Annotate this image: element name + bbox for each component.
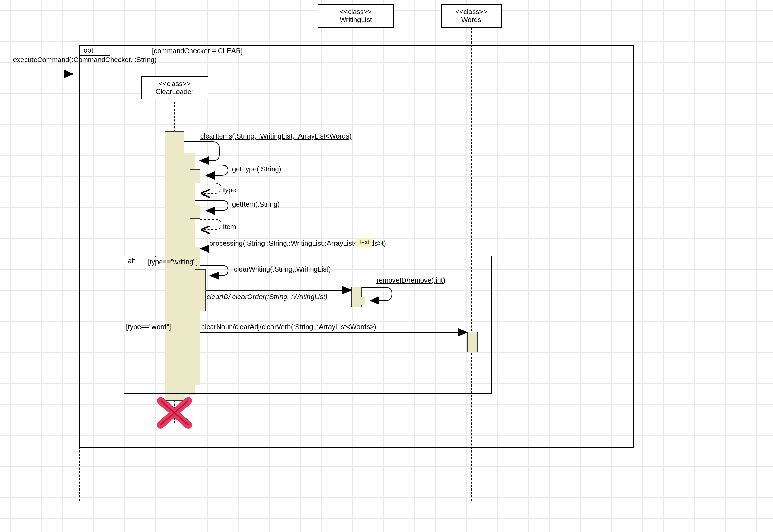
activation-getitem bbox=[190, 205, 200, 219]
msg-item-return: item bbox=[223, 223, 236, 231]
activation-gettype bbox=[190, 169, 200, 183]
msg-gettype: getType(:String) bbox=[232, 165, 281, 173]
msg-type-return: type bbox=[223, 186, 236, 194]
msg-clearwriting: clearWriting(:String,:WritingList) bbox=[234, 265, 331, 273]
msg-clearnoun: clearNoun/clearAdj/clearVerb(:String, :A… bbox=[201, 323, 376, 331]
lifeline-writinglist-head: <<class>> WritingList bbox=[318, 4, 394, 28]
lifeline-words-head: <<class>> Words bbox=[441, 4, 502, 28]
tooltip-text: Text bbox=[356, 238, 372, 247]
msg-clearitems: clearItems(:String, :WritingList, :Array… bbox=[200, 132, 352, 140]
stereotype: <<class>> bbox=[159, 80, 190, 88]
class-name: Words bbox=[461, 16, 481, 24]
msg-getitem: getItem(:String) bbox=[232, 200, 280, 208]
stereotype: <<class>> bbox=[455, 8, 487, 16]
lifeline-clearloader-head: <<class>> ClearLoader bbox=[141, 76, 208, 99]
opt-guard: [commandChecker = CLEAR] bbox=[152, 47, 243, 55]
msg-clearid: clearID/ clearOrder(:String, :WritingLis… bbox=[207, 293, 327, 301]
class-name: ClearLoader bbox=[155, 88, 193, 96]
alt-separator bbox=[124, 320, 492, 320]
opt-label: opt bbox=[80, 46, 115, 56]
alt-guard-1: [type=="writing"] bbox=[148, 258, 198, 266]
msg-removeid: removeID/remove(:int) bbox=[376, 276, 445, 284]
stereotype: <<class>> bbox=[340, 8, 372, 16]
class-name: WritingList bbox=[340, 16, 372, 24]
alt-guard-2: [type=="word"] bbox=[126, 323, 171, 331]
msg-executecommand: executeCommand(:CommandChecker, :String) bbox=[13, 56, 157, 64]
